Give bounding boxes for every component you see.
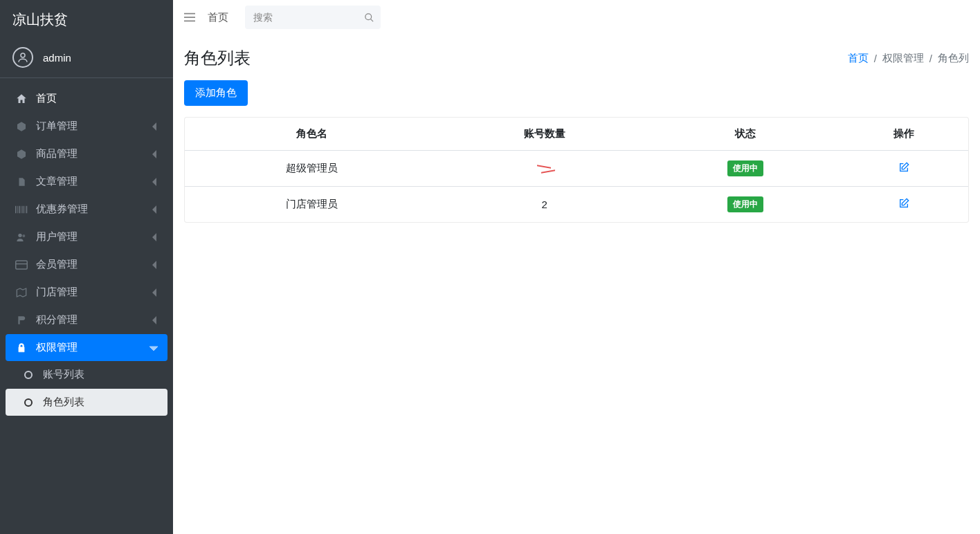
- svg-rect-6: [25, 205, 26, 213]
- cell-actions: [840, 187, 968, 223]
- sidebar-item-orders[interactable]: 订单管理: [6, 113, 167, 140]
- search-icon: [364, 12, 374, 23]
- chevron-left-icon: [152, 233, 158, 241]
- file-icon: [15, 176, 28, 187]
- sidebar-subitem-roles[interactable]: 角色列表: [6, 389, 167, 416]
- sidebar-subitem-label: 账号列表: [43, 368, 84, 381]
- user-panel: admin: [0, 37, 173, 78]
- edit-button[interactable]: [898, 198, 909, 209]
- table-card: 角色名 账号数量 状态 操作 超级管理员 使用中门店管理员2使用中: [184, 117, 969, 223]
- sidebar-subitem-label: 角色列表: [43, 396, 84, 409]
- points-icon: [15, 314, 28, 326]
- chevron-left-icon: [152, 316, 158, 324]
- cell-role-name: 门店管理员: [185, 187, 439, 223]
- svg-point-15: [365, 13, 371, 19]
- svg-rect-4: [21, 205, 21, 213]
- sidebar-item-label: 积分管理: [36, 313, 78, 326]
- cube-icon: [15, 121, 28, 132]
- svg-point-8: [18, 233, 21, 237]
- chevron-left-icon: [152, 205, 158, 214]
- hamburger-icon: [184, 12, 195, 22]
- sidebar-item-label: 首页: [36, 92, 57, 105]
- sidebar-item-label: 文章管理: [36, 175, 78, 188]
- sidebar-item-label: 会员管理: [36, 258, 78, 271]
- sidebar-item-home[interactable]: 首页: [6, 85, 167, 112]
- content: 添加角色 角色名 账号数量 状态 操作 超级管理员 使用中门店管理员2使用中: [173, 80, 980, 239]
- barcode-icon: [15, 205, 28, 214]
- sidebar-item-users[interactable]: 用户管理: [6, 223, 167, 250]
- svg-rect-2: [17, 205, 18, 213]
- add-role-button[interactable]: 添加角色: [184, 80, 248, 106]
- svg-rect-7: [26, 205, 28, 213]
- table-row: 超级管理员 使用中: [185, 151, 968, 187]
- circle-icon: [24, 398, 33, 407]
- topbar: 首页: [173, 0, 980, 35]
- breadcrumb: 首页 / 权限管理 / 角色列: [848, 52, 969, 65]
- svg-rect-3: [19, 205, 20, 213]
- circle-icon: [24, 371, 33, 379]
- svg-point-9: [22, 234, 25, 237]
- search-wrap: [245, 6, 381, 29]
- breadcrumb-home[interactable]: 首页: [848, 52, 869, 65]
- edit-button[interactable]: [898, 162, 909, 173]
- page-title: 角色列表: [184, 47, 251, 69]
- chevron-left-icon: [152, 122, 158, 131]
- avatar: [12, 47, 33, 68]
- topbar-home-link[interactable]: 首页: [208, 11, 228, 24]
- roles-table: 角色名 账号数量 状态 操作 超级管理员 使用中门店管理员2使用中: [185, 118, 968, 222]
- sidebar-item-products[interactable]: 商品管理: [6, 140, 167, 167]
- status-badge: 使用中: [727, 160, 763, 176]
- cube-icon: [15, 149, 28, 160]
- table-row: 门店管理员2使用中: [185, 187, 968, 223]
- map-icon: [15, 287, 28, 298]
- cell-status: 使用中: [651, 151, 840, 187]
- user-icon: [17, 51, 29, 64]
- sidebar-item-articles[interactable]: 文章管理: [6, 168, 167, 195]
- svg-point-0: [21, 53, 25, 57]
- sidebar-item-label: 商品管理: [36, 147, 78, 160]
- cell-account-count: [439, 151, 651, 187]
- lock-icon: [15, 342, 28, 353]
- chevron-down-icon: [149, 345, 158, 351]
- edit-icon: [898, 198, 909, 209]
- content-header: 角色列表 首页 / 权限管理 / 角色列: [173, 35, 980, 80]
- sidebar-item-coupons[interactable]: 优惠券管理: [6, 196, 167, 223]
- main: 首页 角色列表 首页 / 权限管理 / 角色列 添加角色: [173, 0, 980, 534]
- status-badge: 使用中: [727, 196, 763, 212]
- search-button[interactable]: [357, 6, 381, 29]
- edit-icon: [898, 162, 909, 173]
- sidebar-nav: 首页 订单管理 商品管理 文章管理: [0, 85, 173, 416]
- cell-account-count: 2: [439, 187, 651, 223]
- user-name[interactable]: admin: [43, 52, 71, 64]
- breadcrumb-current: 角色列: [938, 52, 969, 65]
- sidebar-item-label: 订单管理: [36, 120, 78, 133]
- brand-title: 凉山扶贫: [0, 0, 173, 37]
- sidebar: 凉山扶贫 admin 首页 订单管理: [0, 0, 173, 534]
- svg-rect-5: [23, 205, 24, 213]
- chevron-left-icon: [152, 178, 158, 186]
- credit-card-icon: [15, 260, 28, 270]
- sidebar-item-label: 门店管理: [36, 286, 78, 299]
- col-account-count: 账号数量: [439, 118, 651, 151]
- menu-toggle[interactable]: [184, 12, 195, 22]
- cell-role-name: 超级管理员: [185, 151, 439, 187]
- cell-status: 使用中: [651, 187, 840, 223]
- svg-rect-1: [15, 205, 17, 213]
- sidebar-item-stores[interactable]: 门店管理: [6, 279, 167, 306]
- sidebar-item-points[interactable]: 积分管理: [6, 306, 167, 333]
- sidebar-item-permissions[interactable]: 权限管理 账号列表 角色列表: [6, 334, 167, 416]
- sidebar-item-label: 权限管理: [36, 341, 78, 354]
- breadcrumb-section: 权限管理: [882, 52, 924, 65]
- sidebar-item-label: 优惠券管理: [36, 203, 88, 216]
- glitch-artifact: [540, 163, 549, 174]
- home-icon: [15, 93, 28, 105]
- sidebar-subitem-accounts[interactable]: 账号列表: [6, 361, 167, 388]
- cell-actions: [840, 151, 968, 187]
- chevron-left-icon: [152, 288, 158, 297]
- svg-line-16: [370, 19, 373, 21]
- col-status: 状态: [651, 118, 840, 151]
- col-role-name: 角色名: [185, 118, 439, 151]
- users-icon: [15, 232, 28, 243]
- sidebar-item-members[interactable]: 会员管理: [6, 251, 167, 278]
- svg-rect-10: [16, 261, 28, 269]
